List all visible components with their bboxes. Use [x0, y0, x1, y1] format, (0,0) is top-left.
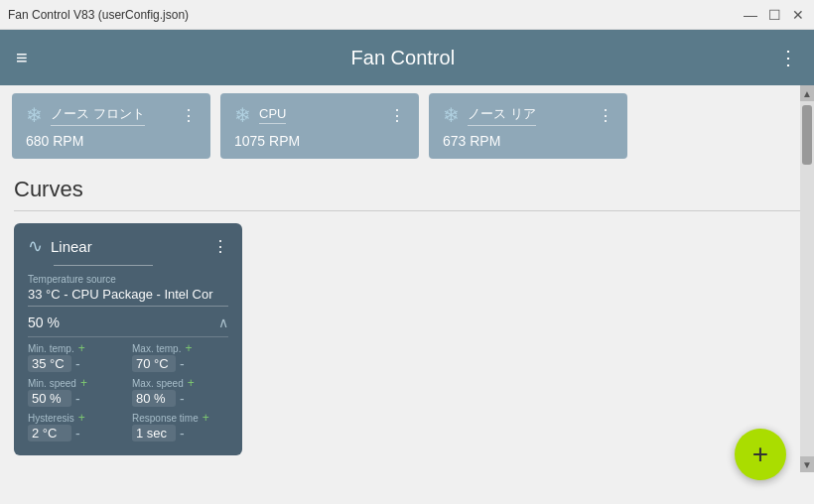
min-speed-value-row: 50 % -	[28, 390, 124, 407]
curve-name: Linear	[51, 238, 92, 255]
min-temp-value: 35 °C	[28, 355, 71, 372]
fan-card-3-title-row: ❄ ノース リア	[443, 103, 536, 127]
hysteresis-minus[interactable]: -	[75, 426, 80, 441]
setting-min-speed: Min. speed + 50 % -	[28, 376, 124, 409]
setting-max-temp: Max. temp. + 70 °C -	[132, 341, 228, 374]
app-header: ≡ Fan Control ⋮	[0, 30, 814, 85]
fan-card-2-rpm: 1075 RPM	[234, 133, 405, 149]
min-temp-minus[interactable]: -	[75, 356, 80, 372]
chevron-up-icon[interactable]: ∧	[218, 315, 228, 330]
response-time-value-row: 1 sec -	[132, 425, 228, 441]
settings-grid: Min. temp. + 35 °C - Max. temp. + 70 °C …	[28, 341, 228, 443]
curves-title: Curves	[14, 177, 800, 202]
curve-card: ∿ Linear ⋮ Temperature source 33 °C - CP…	[14, 223, 242, 455]
max-temp-value: 70 °C	[132, 355, 176, 372]
app-title: Fan Control	[351, 47, 456, 69]
fan-card-3-rpm: 673 RPM	[443, 133, 613, 149]
curve-title-underline	[54, 265, 153, 266]
speed-row: 50 % ∧	[28, 315, 228, 330]
min-temp-label: Min. temp. +	[28, 341, 124, 355]
max-temp-plus[interactable]: +	[185, 341, 192, 355]
response-time-value: 1 sec	[132, 425, 176, 441]
scrollbar-thumb[interactable]	[802, 105, 812, 165]
max-temp-label: Max. temp. +	[132, 341, 228, 355]
scrollbar-track: ▲ ▼	[800, 85, 814, 472]
min-temp-value-row: 35 °C -	[28, 355, 124, 372]
scrollbar-up-button[interactable]: ▲	[800, 85, 814, 101]
maximize-button[interactable]: ☐	[766, 7, 782, 23]
window-controls: — ☐ ✕	[743, 7, 806, 23]
fan-card-3-header: ❄ ノース リア ⋮	[443, 103, 613, 127]
titlebar: Fan Control V83 (userConfig.json) — ☐ ✕	[0, 0, 814, 30]
min-speed-value: 50 %	[28, 390, 71, 407]
close-button[interactable]: ✕	[790, 7, 806, 23]
minimize-button[interactable]: —	[743, 7, 758, 23]
curves-divider	[14, 210, 800, 211]
fan-card-2: ❄ CPU ⋮ 1075 RPM	[220, 93, 419, 159]
fan-card-2-header: ❄ CPU ⋮	[234, 103, 405, 127]
response-time-label: Response time +	[132, 411, 228, 425]
hysteresis-label: Hysteresis +	[28, 411, 124, 425]
min-speed-label: Min. speed +	[28, 376, 124, 390]
settings-divider-1	[28, 336, 228, 337]
fan-card-3-more-icon[interactable]: ⋮	[598, 106, 613, 125]
curve-card-header: ∿ Linear ⋮	[28, 235, 228, 257]
setting-min-temp: Min. temp. + 35 °C -	[28, 341, 124, 374]
setting-response-time: Response time + 1 sec -	[132, 411, 228, 443]
fan-card-1-rpm: 680 RPM	[26, 133, 197, 149]
curves-section: Curves ∿ Linear ⋮ Temperature source 33 …	[0, 167, 814, 461]
window-title: Fan Control V83 (userConfig.json)	[8, 8, 189, 22]
add-curve-fab[interactable]: +	[735, 429, 786, 480]
max-temp-value-row: 70 °C -	[132, 355, 228, 372]
hysteresis-value: 2 °C	[28, 425, 71, 441]
max-speed-value-row: 80 % -	[132, 390, 228, 407]
min-temp-plus[interactable]: +	[78, 341, 85, 355]
fan-card-2-title-row: ❄ CPU	[234, 103, 286, 127]
min-speed-minus[interactable]: -	[75, 391, 80, 407]
fan-card-3-name: ノース リア	[468, 105, 536, 126]
hysteresis-value-row: 2 °C -	[28, 425, 124, 441]
response-time-minus[interactable]: -	[180, 426, 185, 441]
fan-card-1-name: ノース フロント	[51, 105, 145, 126]
fan-icon-1: ❄	[26, 103, 43, 127]
fan-card-2-name: CPU	[259, 106, 286, 124]
fan-card-2-more-icon[interactable]: ⋮	[389, 106, 405, 125]
max-speed-value: 80 %	[132, 390, 176, 407]
response-time-plus[interactable]: +	[203, 411, 209, 425]
fan-card-1-title-row: ❄ ノース フロント	[26, 103, 145, 127]
setting-max-speed: Max. speed + 80 % -	[132, 376, 228, 409]
max-speed-plus[interactable]: +	[188, 376, 195, 390]
scrollbar-down-button[interactable]: ▼	[800, 456, 814, 472]
fan-card-1-more-icon[interactable]: ⋮	[181, 106, 197, 125]
min-speed-plus[interactable]: +	[80, 376, 87, 390]
max-speed-label: Max. speed +	[132, 376, 228, 390]
curve-card-title-row: ∿ Linear	[28, 235, 92, 257]
setting-hysteresis: Hysteresis + 2 °C -	[28, 411, 124, 443]
fan-cards-row: ❄ ノース フロント ⋮ 680 RPM ❄ CPU ⋮ 1075 RPM ❄ …	[0, 85, 814, 167]
hamburger-menu-icon[interactable]: ≡	[16, 47, 28, 69]
linear-curve-icon: ∿	[28, 235, 43, 257]
fan-icon-3: ❄	[443, 103, 460, 127]
fan-card-3: ❄ ノース リア ⋮ 673 RPM	[429, 93, 627, 159]
speed-percent: 50 %	[28, 315, 60, 330]
max-temp-minus[interactable]: -	[180, 356, 185, 372]
temp-source-label: Temperature source	[28, 274, 228, 285]
fan-card-1-header: ❄ ノース フロント ⋮	[26, 103, 197, 127]
temp-source-value: 33 °C - CPU Package - Intel Cor	[28, 287, 228, 307]
hysteresis-plus[interactable]: +	[78, 411, 85, 425]
fan-card-1: ❄ ノース フロント ⋮ 680 RPM	[12, 93, 210, 159]
max-speed-minus[interactable]: -	[180, 391, 185, 407]
fan-icon-2: ❄	[234, 103, 251, 127]
header-more-icon[interactable]: ⋮	[778, 46, 798, 69]
curve-more-icon[interactable]: ⋮	[212, 237, 228, 256]
